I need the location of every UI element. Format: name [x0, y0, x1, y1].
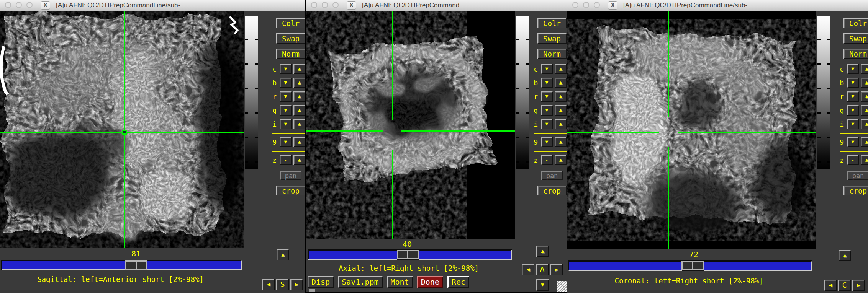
g-down-button[interactable]: ▼ — [280, 105, 292, 116]
norm-button[interactable]: Norm — [276, 49, 305, 59]
slider-thumb[interactable] — [681, 261, 704, 270]
slice-prev-button[interactable]: ◀ — [824, 280, 837, 291]
swap-button[interactable]: Swap — [276, 33, 305, 44]
grid-up-button[interactable]: ▲ — [293, 137, 305, 147]
slider-thumb[interactable] — [397, 250, 419, 259]
sagittal-viewport[interactable] — [0, 11, 244, 248]
slice-slider[interactable] — [568, 260, 812, 271]
i-down-button[interactable]: ▼ — [847, 119, 859, 129]
crop-button[interactable]: crop — [537, 186, 567, 195]
b-down-button[interactable]: ▼ — [847, 78, 859, 88]
pan-button[interactable]: pan — [847, 171, 868, 180]
grid-down-button[interactable]: ▼ — [541, 137, 553, 147]
zoom-down-button[interactable]: ▼ — [847, 155, 859, 165]
colr-button[interactable]: Colr — [537, 18, 567, 28]
slice-next-button[interactable]: ▶ — [852, 280, 865, 291]
resize-nub[interactable] — [309, 289, 315, 292]
g-up-button[interactable]: ▲ — [293, 105, 305, 116]
slice-up-button[interactable]: ▲ — [839, 250, 851, 261]
c-up-button[interactable]: ▲ — [861, 64, 868, 74]
slice-up-button[interactable]: ▲ — [536, 246, 549, 257]
g-up-button[interactable]: ▲ — [555, 105, 567, 116]
slider-thumb[interactable] — [125, 260, 147, 270]
grid-down-button[interactable]: ▼ — [847, 137, 859, 147]
zoom-down-button[interactable]: ▼ — [280, 155, 292, 165]
c-up-button[interactable]: ▲ — [293, 64, 305, 74]
norm-button[interactable]: Norm — [537, 49, 567, 59]
view-letter-button[interactable]: A — [536, 264, 549, 275]
done-button[interactable]: Done — [417, 276, 443, 288]
close-dot[interactable] — [572, 2, 578, 8]
slice-slider[interactable] — [308, 249, 512, 260]
title-bar[interactable]: X [A]u AFNI: QC/DTIPrepCommandLine/sub-.… — [567, 0, 868, 11]
norm-button[interactable]: Norm — [843, 49, 868, 59]
view-letter-button[interactable]: C — [838, 280, 851, 291]
grid-up-button[interactable]: ▲ — [861, 137, 868, 147]
i-up-button[interactable]: ▲ — [555, 119, 567, 129]
grid-up-button[interactable]: ▲ — [555, 137, 567, 147]
minimize-dot[interactable] — [16, 2, 22, 8]
close-dot[interactable] — [5, 2, 11, 8]
crop-button[interactable]: crop — [843, 186, 868, 195]
zoom-dot[interactable] — [332, 2, 339, 8]
record-button[interactable]: Rec — [447, 276, 469, 288]
r-down-button[interactable]: ▼ — [280, 91, 292, 102]
zoom-up-button[interactable]: ▲ — [861, 155, 868, 165]
zoom-down-button[interactable]: ▼ — [541, 155, 553, 165]
disp-button[interactable]: Disp — [308, 276, 334, 288]
b-down-button[interactable]: ▼ — [280, 78, 292, 88]
colr-button[interactable]: Colr — [843, 18, 868, 28]
r-down-button[interactable]: ▼ — [541, 91, 553, 102]
i-up-button[interactable]: ▲ — [861, 119, 868, 129]
r-down-button[interactable]: ▼ — [847, 91, 859, 102]
pan-button[interactable]: pan — [541, 171, 563, 180]
c-down-button[interactable]: ▼ — [541, 64, 553, 74]
r-up-button[interactable]: ▲ — [293, 91, 305, 102]
i-up-button[interactable]: ▲ — [293, 119, 305, 129]
swap-button[interactable]: Swap — [843, 33, 868, 44]
zoom-dot[interactable] — [594, 2, 600, 8]
b-up-button[interactable]: ▲ — [861, 78, 868, 88]
view-letter-button[interactable]: S — [276, 279, 289, 290]
c-up-button[interactable]: ▲ — [555, 64, 567, 74]
montage-button[interactable]: Mont — [387, 276, 413, 288]
x11-app-icon[interactable]: X — [41, 1, 50, 10]
b-down-button[interactable]: ▼ — [541, 78, 553, 88]
i-down-button[interactable]: ▼ — [541, 119, 553, 129]
b-up-button[interactable]: ▲ — [555, 78, 567, 88]
slice-up-button[interactable]: ▲ — [277, 249, 289, 260]
x11-app-icon[interactable]: X — [347, 1, 356, 10]
colr-button[interactable]: Colr — [276, 18, 305, 28]
resize-corner-handle[interactable] — [557, 281, 567, 292]
zoom-dot[interactable] — [26, 2, 33, 8]
crop-button[interactable]: crop — [276, 186, 305, 195]
x11-app-icon[interactable]: X — [608, 1, 617, 10]
slice-prev-button[interactable]: ◀ — [262, 279, 275, 290]
axial-viewport[interactable] — [306, 11, 515, 239]
b-up-button[interactable]: ▲ — [293, 78, 305, 88]
slice-slider[interactable] — [1, 260, 242, 270]
slice-prev-button[interactable]: ◀ — [522, 264, 534, 275]
coronal-viewport[interactable] — [567, 11, 816, 249]
r-up-button[interactable]: ▲ — [861, 91, 868, 102]
title-bar[interactable]: X [A]u AFNI: QC/DTIPrepCommand... — [306, 0, 567, 11]
c-down-button[interactable]: ▼ — [280, 64, 292, 74]
slice-next-button[interactable]: ▶ — [290, 279, 303, 290]
c-down-button[interactable]: ▼ — [847, 64, 859, 74]
zoom-up-button[interactable]: ▲ — [555, 155, 567, 165]
minimize-dot[interactable] — [322, 2, 328, 8]
close-dot[interactable] — [311, 2, 317, 8]
i-down-button[interactable]: ▼ — [280, 119, 292, 129]
zoom-up-button[interactable]: ▲ — [293, 155, 305, 165]
slice-down-button[interactable]: ▼ — [536, 279, 549, 291]
pan-button[interactable]: pan — [280, 171, 301, 180]
g-up-button[interactable]: ▲ — [861, 105, 868, 116]
minimize-dot[interactable] — [583, 2, 589, 8]
g-down-button[interactable]: ▼ — [847, 105, 859, 116]
r-up-button[interactable]: ▲ — [555, 91, 567, 102]
g-down-button[interactable]: ▼ — [541, 105, 553, 116]
save-ppm-button[interactable]: Sav1.ppm — [338, 276, 382, 288]
swap-button[interactable]: Swap — [537, 33, 567, 44]
slice-next-button[interactable]: ▶ — [550, 264, 563, 275]
title-bar[interactable]: X [A]u AFNI: QC/DTIPrepCommandLine/sub-.… — [0, 0, 305, 11]
